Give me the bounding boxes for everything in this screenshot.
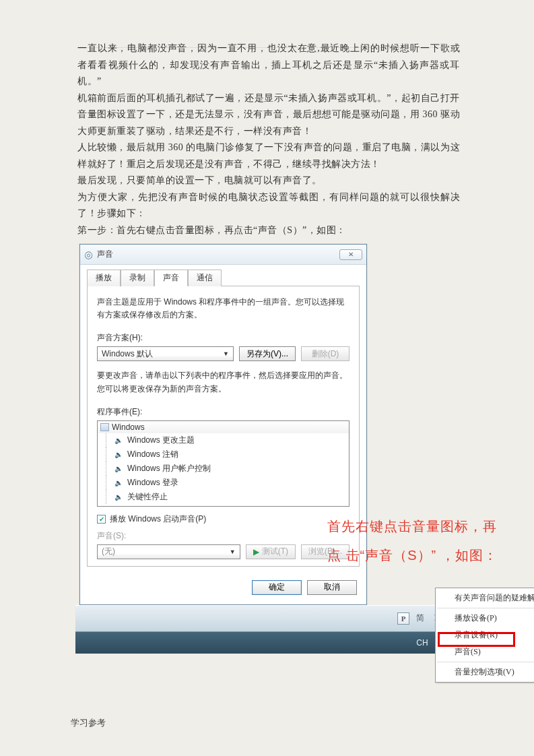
delete-button: 删除(D): [301, 346, 349, 361]
tree-item[interactable]: 🔈 Windows 用户帐户控制: [98, 462, 349, 476]
screenshot-region: ◎ 声音 ✕ 播放 录制 声音 通信 声音主题是应用于 Windows 和程序事…: [79, 244, 490, 605]
paragraph: 人比较懒，最后就用 360 的电脑门诊修复了一下没有声音的问题，重启了电脑，满以…: [77, 139, 460, 172]
ok-button[interactable]: 确定: [252, 580, 302, 595]
tree-item-label: Windows 用户帐户控制: [127, 463, 211, 474]
dialog-title: 声音: [97, 249, 339, 260]
tab-comm[interactable]: 通信: [188, 270, 222, 286]
sound-dialog: ◎ 声音 ✕ 播放 录制 声音 通信 声音主题是应用于 Windows 和程序事…: [79, 244, 367, 605]
tab-sound[interactable]: 声音: [154, 270, 188, 286]
menu-separator: [437, 662, 534, 662]
speaker-icon: 🔈: [114, 493, 123, 501]
paragraph: 为方便大家，先把没有声音时候的电脑状态设置等截图，有同样问题的就可以很快解决了！…: [77, 189, 460, 222]
tree-item[interactable]: 🔈 Windows 登录: [98, 476, 349, 490]
program-events-list[interactable]: Windows 🔈 Windows 更改主题 🔈 Windows 注销 🔈 Wi…: [97, 420, 349, 507]
tab-record[interactable]: 录制: [121, 270, 154, 286]
sound-combobox[interactable]: (无) ▼: [97, 544, 240, 559]
document-page: 一直以来，电脑都没声音，因为一直不用，也没太在意,最近晚上闲的时候想听一下歌或者…: [77, 40, 460, 605]
test-label: 测试(T): [262, 546, 288, 557]
tree-root[interactable]: Windows: [98, 421, 349, 433]
cancel-button[interactable]: 取消: [307, 580, 357, 595]
article-body: 一直以来，电脑都没声音，因为一直不用，也没太在意,最近晚上闲的时候想听一下歌或者…: [77, 40, 460, 239]
menu-separator: [437, 608, 534, 608]
paragraph: 机箱前面后面的耳机插孔都试了一遍，还是显示“未插入扬声器或耳机。”，起初自己打开…: [77, 90, 460, 140]
tree-item-label: Windows 登录: [127, 477, 178, 489]
annotation-line2: 击“声音（S）” ，如图：: [346, 548, 498, 563]
globe-icon: ◎: [84, 249, 93, 261]
test-button: ▶ 测试(T): [246, 544, 296, 559]
save-as-button[interactable]: 另存为(V)...: [239, 346, 296, 361]
tree-item[interactable]: 🔈 Windows 更改主题: [98, 433, 349, 447]
tray-context-menu: 有关声音问题的疑难解答(T) 播放设备(P) 录音设备(R) 声音(S) 音量控…: [435, 588, 534, 683]
scheme-label: 声音方案(H):: [97, 332, 349, 344]
menu-item-troubleshoot[interactable]: 有关声音问题的疑难解答(T): [436, 590, 534, 606]
tree-root-label: Windows: [112, 422, 145, 432]
tree-item[interactable]: 🔈 Windows 注销: [98, 447, 349, 462]
paragraph: 最后发现，只要简单的设置一下，电脑就可以有声音了。: [77, 172, 460, 189]
scheme-combobox[interactable]: Windows 默认 ▼: [97, 346, 234, 361]
dialog-titlebar[interactable]: ◎ 声音 ✕: [80, 245, 366, 265]
menu-item-record[interactable]: 录音设备(R): [436, 627, 534, 643]
ime-jian[interactable]: 简: [416, 612, 424, 624]
close-button[interactable]: ✕: [339, 249, 362, 260]
startup-sound-checkbox-row[interactable]: ✔ 播放 Windows 启动声音(P): [97, 513, 349, 525]
checkbox-checked-icon[interactable]: ✔: [97, 515, 106, 524]
page-footer: 学习参考: [71, 717, 106, 729]
menu-item-volume[interactable]: 音量控制选项(V): [436, 664, 534, 681]
ime-ch[interactable]: CH: [416, 638, 428, 648]
dialog-button-row: 确定 取消: [80, 573, 366, 604]
description-text-2: 要更改声音，请单击以下列表中的程序事件，然后选择要应用的声音。您可以将更改保存为…: [97, 369, 349, 395]
taskbar: P 简 ☽ ⏻ ⚙ ？ CH ^ 2013/4/1: [75, 605, 490, 654]
taskbar-upper: P 简 ☽ ⏻ ⚙ ？: [75, 605, 490, 632]
paragraph: 第一步：首先右键点击音量图标，再点击“声音（S）”，如图：: [77, 222, 460, 239]
speaker-icon: 🔈: [114, 464, 123, 472]
sound-value: (无): [102, 546, 115, 557]
tree-item-label: Windows 更改主题: [127, 435, 195, 446]
play-icon: ▶: [253, 547, 259, 557]
ime-p-icon[interactable]: P: [397, 612, 409, 625]
description-text: 声音主题是应用于 Windows 和程序事件中的一组声音。您可以选择现有方案或保…: [97, 296, 349, 321]
tree-item-label: Windows 注销: [127, 449, 178, 460]
taskbar-lower: CH ^ 2013/4/1: [75, 632, 490, 654]
menu-item-playback[interactable]: 播放设备(P): [436, 610, 534, 627]
red-annotation: 首先右键点击音量图标，再点 击“声音（S）” ，如图：: [327, 512, 502, 570]
events-label: 程序事件(E):: [97, 406, 349, 418]
checkbox-label: 播放 Windows 启动声音(P): [110, 513, 206, 525]
windows-icon: [100, 423, 109, 431]
tab-playback[interactable]: 播放: [87, 270, 121, 286]
scheme-value: Windows 默认: [102, 348, 153, 360]
speaker-icon: 🔈: [114, 436, 123, 444]
chevron-down-icon: ▼: [223, 350, 229, 357]
paragraph: 一直以来，电脑都没声音，因为一直不用，也没太在意,最近晚上闲的时候想听一下歌或者…: [77, 40, 460, 90]
sound-label: 声音(S):: [97, 530, 349, 542]
tab-panel-sound: 声音主题是应用于 Windows 和程序事件中的一组声音。您可以选择现有方案或保…: [87, 286, 360, 567]
speaker-icon: 🔈: [114, 450, 123, 458]
tab-strip: 播放 录制 声音 通信: [80, 265, 366, 286]
speaker-icon: 🔈: [114, 478, 123, 486]
menu-item-sound[interactable]: 声音(S): [436, 643, 534, 660]
tree-item[interactable]: 🔈 关键性停止: [98, 490, 349, 504]
tree-item-label: 关键性停止: [127, 491, 168, 503]
chevron-down-icon: ▼: [230, 548, 236, 555]
